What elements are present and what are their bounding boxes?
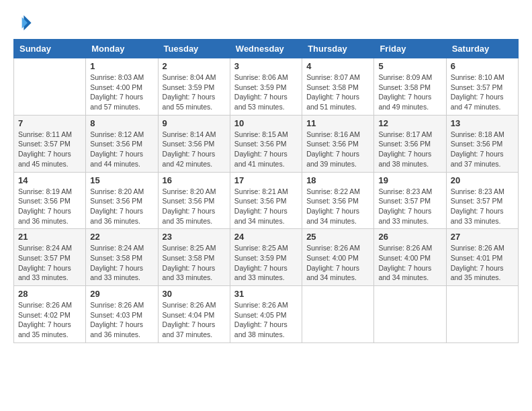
day-info: Sunrise: 8:23 AM Sunset: 3:57 PM Dayligh… <box>378 187 441 226</box>
calendar-cell: 3Sunrise: 8:06 AM Sunset: 3:59 PM Daylig… <box>230 58 302 116</box>
day-info: Sunrise: 8:19 AM Sunset: 3:56 PM Dayligh… <box>18 187 81 226</box>
calendar-cell: 30Sunrise: 8:26 AM Sunset: 4:04 PM Dayli… <box>158 286 230 343</box>
day-number: 12 <box>378 118 441 128</box>
calendar-cell: 26Sunrise: 8:26 AM Sunset: 4:00 PM Dayli… <box>374 229 446 286</box>
day-info: Sunrise: 8:11 AM Sunset: 3:57 PM Dayligh… <box>18 130 81 169</box>
day-number: 8 <box>90 118 153 128</box>
logo-icon <box>13 13 32 32</box>
day-info: Sunrise: 8:26 AM Sunset: 4:01 PM Dayligh… <box>451 243 514 283</box>
day-header-sunday: Sunday <box>14 40 86 58</box>
calendar-cell: 5Sunrise: 8:09 AM Sunset: 3:58 PM Daylig… <box>374 58 446 116</box>
calendar-cell: 4Sunrise: 8:07 AM Sunset: 3:58 PM Daylig… <box>302 58 374 116</box>
calendar-cell: 18Sunrise: 8:22 AM Sunset: 3:56 PM Dayli… <box>302 172 374 229</box>
calendar-cell: 31Sunrise: 8:26 AM Sunset: 4:05 PM Dayli… <box>230 286 302 343</box>
page-header <box>13 13 519 32</box>
day-number: 11 <box>306 118 369 128</box>
day-header-friday: Friday <box>374 40 446 58</box>
calendar-cell: 12Sunrise: 8:17 AM Sunset: 3:56 PM Dayli… <box>374 115 446 172</box>
day-info: Sunrise: 8:20 AM Sunset: 3:56 PM Dayligh… <box>163 187 226 226</box>
day-info: Sunrise: 8:17 AM Sunset: 3:56 PM Dayligh… <box>378 130 441 169</box>
day-info: Sunrise: 8:20 AM Sunset: 3:56 PM Dayligh… <box>90 187 153 226</box>
day-info: Sunrise: 8:23 AM Sunset: 3:57 PM Dayligh… <box>451 187 514 226</box>
day-number: 22 <box>90 232 153 242</box>
day-number: 27 <box>451 232 514 242</box>
day-info: Sunrise: 8:26 AM Sunset: 4:00 PM Dayligh… <box>306 243 369 283</box>
day-info: Sunrise: 8:04 AM Sunset: 3:59 PM Dayligh… <box>163 73 226 112</box>
day-number: 13 <box>451 118 514 128</box>
day-info: Sunrise: 8:21 AM Sunset: 3:56 PM Dayligh… <box>234 187 298 226</box>
calendar-table: SundayMondayTuesdayWednesdayThursdayFrid… <box>13 39 519 343</box>
day-number: 15 <box>90 175 153 185</box>
calendar-cell: 29Sunrise: 8:26 AM Sunset: 4:03 PM Dayli… <box>86 286 158 343</box>
day-number: 17 <box>234 175 298 185</box>
day-number: 30 <box>163 289 226 299</box>
day-number: 18 <box>306 175 369 185</box>
day-info: Sunrise: 8:07 AM Sunset: 3:58 PM Dayligh… <box>306 73 369 112</box>
day-number: 23 <box>163 232 226 242</box>
calendar-cell: 24Sunrise: 8:25 AM Sunset: 3:59 PM Dayli… <box>230 229 302 286</box>
day-info: Sunrise: 8:24 AM Sunset: 3:57 PM Dayligh… <box>18 243 81 283</box>
day-info: Sunrise: 8:22 AM Sunset: 3:56 PM Dayligh… <box>306 187 369 226</box>
day-info: Sunrise: 8:26 AM Sunset: 4:04 PM Dayligh… <box>163 300 226 340</box>
day-info: Sunrise: 8:26 AM Sunset: 4:05 PM Dayligh… <box>234 300 298 340</box>
day-number: 6 <box>451 61 514 71</box>
day-number: 19 <box>378 175 441 185</box>
calendar-week-row: 21Sunrise: 8:24 AM Sunset: 3:57 PM Dayli… <box>14 229 519 286</box>
day-info: Sunrise: 8:25 AM Sunset: 3:59 PM Dayligh… <box>234 243 298 283</box>
calendar-cell: 11Sunrise: 8:16 AM Sunset: 3:56 PM Dayli… <box>302 115 374 172</box>
calendar-cell: 7Sunrise: 8:11 AM Sunset: 3:57 PM Daylig… <box>14 115 86 172</box>
calendar-cell: 9Sunrise: 8:14 AM Sunset: 3:56 PM Daylig… <box>158 115 230 172</box>
calendar-cell: 19Sunrise: 8:23 AM Sunset: 3:57 PM Dayli… <box>374 172 446 229</box>
day-number: 29 <box>90 289 153 299</box>
calendar-week-row: 28Sunrise: 8:26 AM Sunset: 4:02 PM Dayli… <box>14 286 519 343</box>
calendar-cell: 15Sunrise: 8:20 AM Sunset: 3:56 PM Dayli… <box>86 172 158 229</box>
calendar-cell: 21Sunrise: 8:24 AM Sunset: 3:57 PM Dayli… <box>14 229 86 286</box>
day-info: Sunrise: 8:12 AM Sunset: 3:56 PM Dayligh… <box>90 130 153 169</box>
calendar-cell: 2Sunrise: 8:04 AM Sunset: 3:59 PM Daylig… <box>158 58 230 116</box>
day-number: 31 <box>234 289 298 299</box>
calendar-cell: 14Sunrise: 8:19 AM Sunset: 3:56 PM Dayli… <box>14 172 86 229</box>
day-header-saturday: Saturday <box>446 40 518 58</box>
day-number: 7 <box>18 118 81 128</box>
day-info: Sunrise: 8:26 AM Sunset: 4:02 PM Dayligh… <box>18 300 81 340</box>
calendar-cell: 6Sunrise: 8:10 AM Sunset: 3:57 PM Daylig… <box>446 58 518 116</box>
day-number: 5 <box>378 61 441 71</box>
day-info: Sunrise: 8:03 AM Sunset: 4:00 PM Dayligh… <box>90 73 153 112</box>
day-number: 25 <box>306 232 369 242</box>
day-number: 1 <box>90 61 153 71</box>
day-number: 26 <box>378 232 441 242</box>
day-number: 14 <box>18 175 81 185</box>
day-info: Sunrise: 8:24 AM Sunset: 3:58 PM Dayligh… <box>90 243 153 283</box>
calendar-cell: 1Sunrise: 8:03 AM Sunset: 4:00 PM Daylig… <box>86 58 158 116</box>
calendar-cell: 10Sunrise: 8:15 AM Sunset: 3:56 PM Dayli… <box>230 115 302 172</box>
day-number: 16 <box>163 175 226 185</box>
calendar-cell: 17Sunrise: 8:21 AM Sunset: 3:56 PM Dayli… <box>230 172 302 229</box>
calendar-cell: 13Sunrise: 8:18 AM Sunset: 3:56 PM Dayli… <box>446 115 518 172</box>
calendar-week-row: 7Sunrise: 8:11 AM Sunset: 3:57 PM Daylig… <box>14 115 519 172</box>
day-number: 10 <box>234 118 298 128</box>
day-number: 3 <box>234 61 298 71</box>
day-info: Sunrise: 8:16 AM Sunset: 3:56 PM Dayligh… <box>306 130 369 169</box>
calendar-cell: 20Sunrise: 8:23 AM Sunset: 3:57 PM Dayli… <box>446 172 518 229</box>
day-info: Sunrise: 8:14 AM Sunset: 3:56 PM Dayligh… <box>163 130 226 169</box>
calendar-cell: 27Sunrise: 8:26 AM Sunset: 4:01 PM Dayli… <box>446 229 518 286</box>
day-header-tuesday: Tuesday <box>158 40 230 58</box>
calendar-cell <box>14 58 86 116</box>
day-info: Sunrise: 8:10 AM Sunset: 3:57 PM Dayligh… <box>451 73 514 112</box>
day-number: 24 <box>234 232 298 242</box>
day-info: Sunrise: 8:06 AM Sunset: 3:59 PM Dayligh… <box>234 73 298 112</box>
day-header-thursday: Thursday <box>302 40 374 58</box>
day-number: 28 <box>18 289 81 299</box>
logo <box>13 13 35 32</box>
day-info: Sunrise: 8:09 AM Sunset: 3:58 PM Dayligh… <box>378 73 441 112</box>
calendar-cell: 23Sunrise: 8:25 AM Sunset: 3:58 PM Dayli… <box>158 229 230 286</box>
calendar-cell: 22Sunrise: 8:24 AM Sunset: 3:58 PM Dayli… <box>86 229 158 286</box>
day-info: Sunrise: 8:26 AM Sunset: 4:03 PM Dayligh… <box>90 300 153 340</box>
calendar-cell: 8Sunrise: 8:12 AM Sunset: 3:56 PM Daylig… <box>86 115 158 172</box>
day-number: 4 <box>306 61 369 71</box>
day-header-wednesday: Wednesday <box>230 40 302 58</box>
day-number: 21 <box>18 232 81 242</box>
calendar-cell: 16Sunrise: 8:20 AM Sunset: 3:56 PM Dayli… <box>158 172 230 229</box>
calendar-header-row: SundayMondayTuesdayWednesdayThursdayFrid… <box>14 40 519 58</box>
day-info: Sunrise: 8:26 AM Sunset: 4:00 PM Dayligh… <box>378 243 441 283</box>
